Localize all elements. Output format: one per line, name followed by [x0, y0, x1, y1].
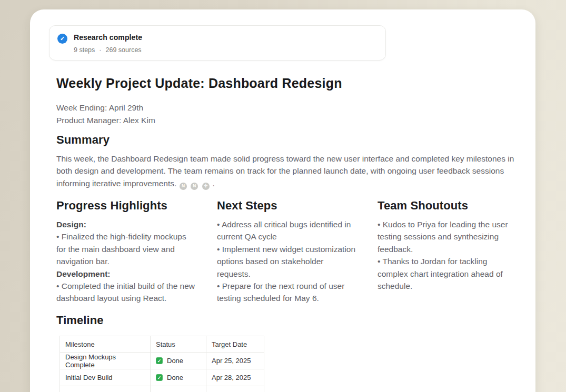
target-date-cell: Apr 28, 2025 — [206, 369, 264, 386]
status-cell: ✓ Done — [151, 369, 206, 386]
bullet-item: • Prepare for the next round of user tes… — [217, 280, 358, 305]
status-cell: ✓ Done — [151, 353, 206, 369]
product-manager-line: Product Manager: Alex Kim — [56, 114, 514, 127]
table-row: Design Mockups Complete ✓ Done Apr 25, 2… — [60, 353, 264, 369]
bullet-item: • Finalized the high-fidelity mockups fo… — [56, 230, 197, 267]
target-date-column-header: Target Date — [206, 336, 264, 353]
document-meta: Week Ending: April 29th Product Manager:… — [56, 102, 514, 126]
research-status-meta: 9 steps · 269 sources — [74, 46, 142, 54]
summary-paragraph: This week, the Dashboard Redesign team m… — [56, 153, 515, 190]
progress-highlights-heading: Progress Highlights — [56, 198, 197, 214]
notion-icon[interactable]: N — [180, 183, 187, 190]
table-header-row: Milestone Status Target Date — [60, 336, 264, 353]
highlights-columns: Progress Highlights Design: • Finalized … — [56, 198, 519, 305]
status-cell: In Progress — [151, 386, 206, 392]
status-label: Done — [167, 374, 183, 381]
milestone-cell: Initial Dev Build — [60, 369, 151, 386]
target-date-cell: May 2, 2025 — [206, 386, 264, 392]
research-card-text: Research complete 9 steps · 269 sources — [74, 33, 142, 60]
section-progress-highlights: Progress Highlights Design: • Finalized … — [56, 198, 197, 305]
week-ending-line: Week Ending: April 29th — [56, 102, 514, 114]
summary-text: This week, the Dashboard Redesign team m… — [56, 154, 514, 188]
research-status-card[interactable]: ✓ Research complete 9 steps · 269 source… — [49, 25, 386, 61]
status-label: Done — [167, 357, 183, 365]
design-label: Design: — [56, 218, 197, 230]
team-shoutouts-heading: Team Shoutouts — [378, 198, 519, 214]
milestone-cell: QA Round 1 — [60, 386, 151, 392]
dot-separator: · — [99, 46, 101, 54]
section-next-steps: Next Steps • Address all critical bugs i… — [217, 198, 358, 305]
summary-heading: Summary — [56, 132, 110, 148]
research-sources-count: 269 sources — [105, 46, 141, 54]
table-row: Initial Dev Build ✓ Done Apr 28, 2025 — [60, 369, 264, 386]
section-team-shoutouts: Team Shoutouts • Kudos to Priya for lead… — [378, 198, 519, 305]
research-complete-check-icon: ✓ — [57, 34, 67, 44]
table-row: QA Round 1 In Progress May 2, 2025 — [60, 386, 264, 392]
bullet-item: • Address all critical bugs identified i… — [217, 218, 358, 243]
bullet-item: • Completed the initial build of the new… — [56, 280, 197, 305]
milestone-column-header: Milestone — [60, 336, 151, 353]
bullet-item: • Implement new widget customization opt… — [217, 243, 358, 280]
document-page: ✓ Research complete 9 steps · 269 source… — [30, 9, 535, 392]
bullet-item: • Thanks to Jordan for tackling complex … — [378, 255, 519, 292]
research-status-title: Research complete — [74, 33, 142, 42]
notion-icon[interactable]: N — [191, 183, 198, 190]
done-check-icon: ✓ — [156, 374, 163, 381]
next-steps-heading: Next Steps — [217, 198, 358, 214]
slack-icon[interactable]: ✛ — [202, 183, 210, 190]
target-date-cell: Apr 25, 2025 — [206, 353, 264, 369]
research-steps-count: 9 steps — [74, 46, 95, 54]
page-title: Weekly Project Update: Dashboard Redesig… — [56, 75, 514, 92]
summary-trailing-period: . — [213, 179, 215, 188]
done-check-icon: ✓ — [156, 357, 163, 364]
status-column-header: Status — [151, 336, 206, 353]
timeline-table: Milestone Status Target Date Design Mock… — [59, 336, 264, 392]
timeline-heading: Timeline — [56, 313, 104, 328]
milestone-cell: Design Mockups Complete — [60, 353, 151, 369]
bullet-item: • Kudos to Priya for leading the user te… — [378, 218, 519, 255]
development-label: Development: — [56, 268, 197, 280]
